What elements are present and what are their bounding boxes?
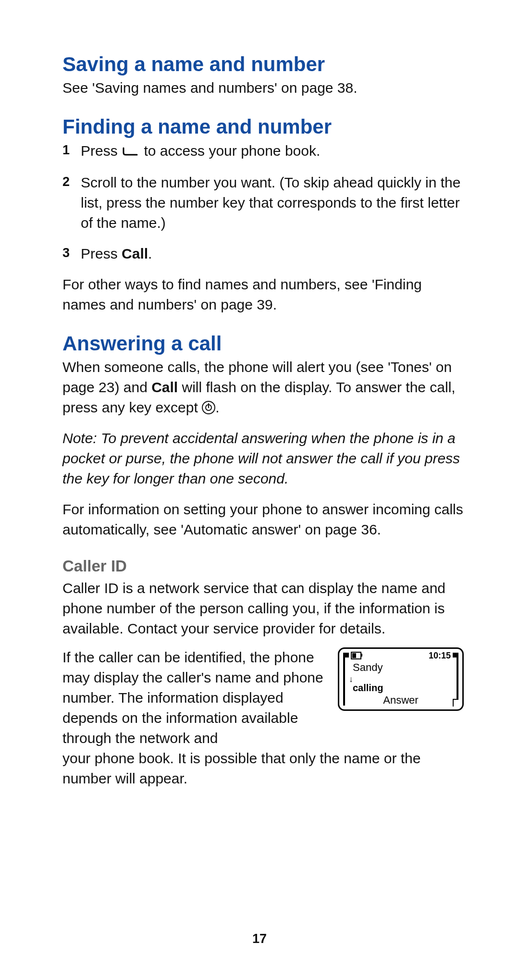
- softkey-label: Answer: [339, 694, 462, 707]
- heading-answering: Answering a call: [62, 332, 464, 355]
- step1-pre: Press: [81, 143, 122, 159]
- subhead-callerid: Caller ID: [62, 557, 464, 575]
- ans-p1d: .: [215, 399, 219, 415]
- finding-steps: 1 Press to access your phone book. 2 Scr…: [62, 141, 464, 264]
- call-status: calling: [353, 682, 383, 694]
- scroll-down-icon: [123, 142, 139, 162]
- step3-pre: Press: [81, 246, 122, 261]
- caller-name: Sandy: [353, 661, 383, 674]
- saving-body: See 'Saving names and numbers' on page 3…: [62, 78, 464, 98]
- step-1: 1 Press to access your phone book.: [62, 141, 464, 162]
- callerid-p1: Caller ID is a network service that can …: [62, 578, 464, 639]
- step3-call-label: Call: [122, 246, 148, 261]
- answering-p2: For information on setting your phone to…: [62, 499, 464, 540]
- step-number: 2: [62, 173, 81, 189]
- step-number: 3: [62, 244, 81, 261]
- step1-post: to access your phone book.: [144, 143, 320, 159]
- callerid-p2-left: If the caller can be identified, the pho…: [62, 647, 329, 748]
- step3-post: .: [148, 246, 152, 261]
- callerid-p2-after: your phone book. It is possible that onl…: [62, 748, 464, 789]
- answering-note: Note: To prevent accidental answering wh…: [62, 428, 464, 489]
- step-2: 2 Scroll to the number you want. (To ski…: [62, 173, 464, 233]
- phone-screen-illustration: 10:15 Sandy ↓ calling Answer: [338, 647, 464, 711]
- phone-topbar: 10:15: [351, 651, 451, 661]
- step-text: Press to access your phone book.: [81, 141, 464, 162]
- step-3: 3 Press Call.: [62, 244, 464, 264]
- step-text: Scroll to the number you want. (To skip …: [81, 173, 464, 233]
- heading-saving: Saving a name and number: [62, 53, 464, 76]
- power-key-icon: [202, 401, 215, 414]
- finding-after: For other ways to find names and numbers…: [62, 274, 464, 315]
- step-number: 1: [62, 141, 81, 158]
- phone-time: 10:15: [429, 651, 451, 661]
- battery-icon: [351, 652, 361, 659]
- heading-finding: Finding a name and number: [62, 115, 464, 138]
- ans-call-label: Call: [151, 379, 178, 395]
- answering-p1: When someone calls, the phone will alert…: [62, 357, 464, 418]
- manual-page: Saving a name and number See 'Saving nam…: [0, 0, 519, 980]
- callerid-row: If the caller can be identified, the pho…: [62, 647, 464, 748]
- step-text: Press Call.: [81, 244, 464, 264]
- page-number: 17: [0, 931, 519, 946]
